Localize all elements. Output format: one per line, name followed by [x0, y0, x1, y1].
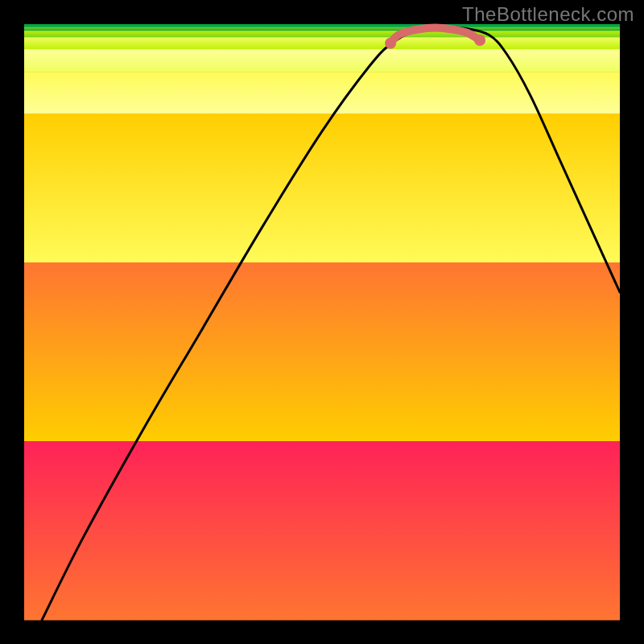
- heat-band: [24, 37, 620, 49]
- heat-band: [24, 49, 620, 72]
- heat-band: [24, 441, 620, 621]
- heat-band: [24, 262, 620, 442]
- bottleneck-chart: [0, 0, 644, 644]
- watermark-text: TheBottleneck.com: [462, 3, 634, 26]
- heat-band: [24, 31, 620, 38]
- heat-band: [24, 72, 620, 114]
- chart-frame: TheBottleneck.com: [0, 0, 644, 644]
- heat-band: [24, 114, 620, 263]
- optimal-endpoint-dot: [474, 35, 485, 46]
- optimal-endpoint-dot: [385, 38, 396, 49]
- heat-band: [24, 27, 620, 31]
